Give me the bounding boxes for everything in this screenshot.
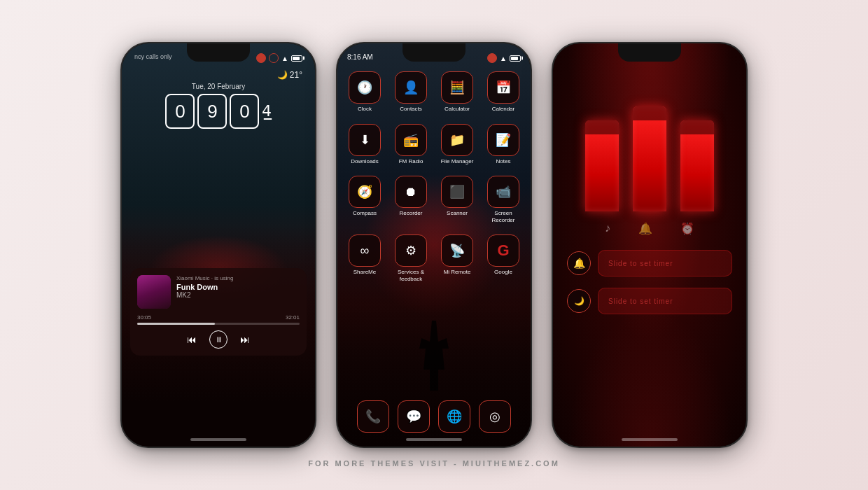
phone3-side-btn2 (552, 145, 553, 180)
phone2-app-grid: 🕐 Clock 👤 Contacts 🧮 Calculator (344, 71, 524, 294)
calculator-app-label: Calculator (444, 106, 470, 113)
filemanager-app-icon: 📁 (441, 124, 473, 156)
music-app-name: Xiaomi Music · is using (176, 275, 300, 281)
calculator-app-icon: 🧮 (441, 71, 473, 104)
slider-row-1: 🔔 Slide to set timer (567, 250, 732, 276)
progress-times: 30:05 32:01 (137, 314, 300, 321)
app-screenrecorder[interactable]: 📹 Screen Recorder (483, 176, 524, 223)
shareme-app-icon: ∞ (349, 234, 381, 267)
phone1-status-bar: ncy calls only ▲ (122, 53, 315, 63)
app-row-4: ∞ ShareMe ⚙ Services & feedback 📡 Mi Rem… (344, 234, 524, 282)
phone1-home-bar[interactable] (190, 438, 246, 441)
phone3-side-btn1 (552, 113, 553, 134)
next-button[interactable]: ⏭ (240, 334, 250, 345)
phone1-screen: ncy calls only ▲ 🌙 21° (122, 43, 315, 447)
phone1-side-btn2 (120, 145, 122, 180)
phone2-frame: 8:16 AM ▲ (336, 42, 532, 448)
phone1-side-btn3 (120, 187, 122, 222)
services-app-label: Services & feedback (391, 269, 431, 282)
time-digit-1: 0 (165, 94, 195, 129)
timer-bar-1 (585, 120, 619, 211)
screenrecorder-app-icon: 📹 (487, 176, 519, 208)
phone3-icons-row: ♪ 🔔 ⏰ (553, 222, 746, 235)
phone1-weather: 🌙 21° (277, 70, 302, 80)
slider2-track[interactable]: Slide to set timer (598, 288, 732, 314)
phone2-status-bar: 8:16 AM ▲ (337, 53, 531, 63)
phone2-home-bar[interactable] (406, 438, 462, 441)
weather-temp: 🌙 21° (277, 70, 302, 80)
app-contacts[interactable]: 👤 Contacts (391, 71, 431, 113)
slider2-label: Slide to set timer (608, 298, 673, 305)
downloads-app-label: Downloads (351, 158, 379, 165)
phone1-music-player[interactable]: Xiaomi Music · is using Funk Down MK2 30… (130, 268, 307, 356)
app-fmradio[interactable]: 📻 FM Radio (391, 124, 431, 165)
dock-messages[interactable]: 💬 (398, 400, 430, 433)
dock-settings[interactable]: ◎ (479, 400, 511, 433)
phone1-background: ncy calls only ▲ 🌙 21° (122, 43, 315, 447)
music-progress: 30:05 32:01 (137, 314, 300, 325)
status-icon1 (256, 53, 266, 63)
notes-app-label: Notes (496, 158, 511, 165)
wifi-icon: ▲ (281, 55, 288, 62)
phones-row: ncy calls only ▲ 🌙 21° (120, 42, 748, 448)
app-row-1: 🕐 Clock 👤 Contacts 🧮 Calculator (344, 71, 524, 113)
phone2-side-btn2 (336, 145, 337, 180)
app-shareme[interactable]: ∞ ShareMe (344, 234, 385, 282)
slider1-label: Slide to set timer (608, 260, 673, 267)
phone2-dock: 📞 💬 🌐 ◎ (357, 400, 511, 433)
app-scanner[interactable]: ⬛ Scanner (437, 176, 477, 223)
fmradio-app-label: FM Radio (399, 158, 424, 165)
app-filemanager[interactable]: 📁 File Manager (437, 124, 477, 165)
contacts-app-icon: 👤 (395, 71, 427, 104)
music-info: Xiaomi Music · is using Funk Down MK2 (176, 275, 300, 299)
app-calculator[interactable]: 🧮 Calculator (437, 71, 477, 113)
miremote-app-icon: 📡 (441, 234, 473, 267)
music-album-art (137, 275, 171, 309)
phone2-screen: 8:16 AM ▲ (337, 43, 531, 447)
scanner-app-label: Scanner (447, 210, 468, 217)
app-downloads[interactable]: ⬇ Downloads (344, 124, 385, 165)
phone2-side-btn1 (336, 113, 337, 134)
app-clock[interactable]: 🕐 Clock (344, 71, 385, 113)
bell-icon: 🔔 (638, 222, 652, 235)
music-top: Xiaomi Music · is using Funk Down MK2 (137, 275, 300, 309)
slider1-track[interactable]: Slide to set timer (598, 250, 732, 276)
prev-button[interactable]: ⏮ (187, 334, 197, 345)
music-icon: ♪ (605, 222, 610, 235)
phone1-frame: ncy calls only ▲ 🌙 21° (120, 42, 316, 448)
progress-bar (137, 323, 300, 325)
phone1-clock: 0 9 0 4̲ (122, 94, 315, 129)
calendar-app-label: Calendar (492, 106, 514, 113)
phone1-date: Tue, 20 February (122, 83, 315, 90)
music-cover (137, 275, 171, 309)
dock-phone[interactable]: 📞 (357, 400, 389, 433)
fmradio-app-icon: 📻 (395, 124, 427, 156)
progress-total: 32:01 (286, 314, 300, 321)
phone2-status-icons: ▲ (487, 53, 521, 63)
play-pause-button[interactable]: ⏸ (209, 330, 227, 349)
status-icon2 (269, 53, 279, 63)
slider-row-2: 🌙 Slide to set timer (567, 288, 732, 314)
app-compass[interactable]: 🧭 Compass (344, 176, 385, 223)
app-services[interactable]: ⚙ Services & feedback (391, 234, 431, 282)
app-miremote[interactable]: 📡 Mi Remote (437, 234, 477, 282)
calendar-app-icon: 📅 (487, 71, 519, 104)
app-recorder[interactable]: ⏺ Recorder (391, 176, 431, 223)
app-notes[interactable]: 📝 Notes (483, 124, 524, 165)
slider2-moon-icon: 🌙 (567, 289, 591, 313)
alarm-icon: ⏰ (680, 222, 694, 235)
filemanager-app-label: File Manager (441, 158, 474, 165)
phone3-background: ♪ 🔔 ⏰ 🔔 Slide to set timer (553, 43, 746, 447)
app-google[interactable]: G Google (483, 234, 524, 282)
phone3-home-bar[interactable] (622, 438, 678, 441)
time-digit-2: 9 (197, 94, 227, 129)
dock-browser[interactable]: 🌐 (438, 400, 470, 433)
app-calendar[interactable]: 📅 Calendar (483, 71, 524, 113)
phone1-status-icons: ▲ (256, 53, 302, 63)
clock-app-label: Clock (358, 106, 372, 113)
google-app-icon: G (487, 234, 519, 267)
miremote-app-label: Mi Remote (444, 269, 471, 276)
phone2-time: 8:16 AM (347, 53, 373, 63)
app-row-2: ⬇ Downloads 📻 FM Radio 📁 File Manager (344, 124, 524, 165)
slider1-bell-icon: 🔔 (567, 251, 591, 275)
